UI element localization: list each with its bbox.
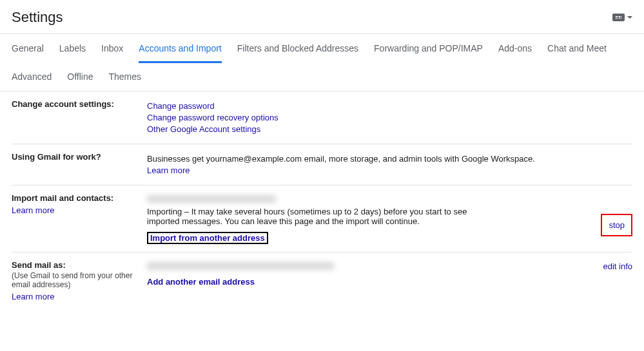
tab-chat-meet[interactable]: Chat and Meet — [547, 34, 607, 62]
page-title: Settings — [12, 9, 63, 26]
label-gmail-work: Using Gmail for work? — [12, 152, 141, 162]
link-import-another-address[interactable]: Import from another address — [147, 232, 268, 244]
input-tools-button[interactable] — [612, 14, 632, 21]
section-send-as: Send mail as: (Use Gmail to send from yo… — [12, 252, 632, 309]
section-change-account: Change account settings: Change password… — [12, 91, 632, 144]
stop-import-button[interactable]: stop — [601, 214, 632, 236]
tab-labels[interactable]: Labels — [59, 34, 86, 62]
tab-inbox[interactable]: Inbox — [101, 34, 123, 62]
link-send-as-learn-more[interactable]: Learn more — [12, 292, 54, 301]
redacted-email — [147, 195, 276, 203]
tab-filters[interactable]: Filters and Blocked Addresses — [237, 34, 358, 62]
tab-offline[interactable]: Offline — [67, 62, 93, 91]
link-workspace-learn-more[interactable]: Learn more — [147, 166, 190, 175]
tab-accounts-import[interactable]: Accounts and Import — [139, 34, 221, 63]
chevron-down-icon — [627, 16, 632, 19]
text-import-status: Importing – It may take several hours (s… — [147, 207, 495, 226]
link-other-settings[interactable]: Other Google Account settings — [147, 124, 260, 134]
tab-addons[interactable]: Add-ons — [498, 34, 532, 62]
tab-general[interactable]: General — [12, 34, 44, 62]
tab-forwarding[interactable]: Forwarding and POP/IMAP — [374, 34, 483, 62]
link-recovery-options[interactable]: Change password recovery options — [147, 113, 278, 122]
sublabel-send-as: (Use Gmail to send from your other email… — [12, 271, 141, 289]
section-import: Import mail and contacts: Learn more Imp… — [12, 185, 632, 252]
link-edit-info[interactable]: edit info — [603, 261, 632, 271]
tab-advanced[interactable]: Advanced — [12, 62, 52, 91]
settings-tabs: General Labels Inbox Accounts and Import… — [0, 34, 644, 91]
section-gmail-work: Using Gmail for work? Businesses get you… — [12, 144, 632, 185]
label-send-as: Send mail as: — [12, 260, 141, 270]
text-workspace-desc: Businesses get yourname@example.com emai… — [147, 154, 632, 164]
link-add-another-email[interactable]: Add another email address — [147, 277, 255, 287]
link-import-learn-more[interactable]: Learn more — [12, 205, 54, 215]
link-change-password[interactable]: Change password — [147, 101, 215, 111]
redacted-send-as-email — [147, 262, 334, 270]
label-import: Import mail and contacts: — [12, 193, 141, 203]
keyboard-icon — [612, 14, 625, 21]
tab-themes[interactable]: Themes — [109, 62, 142, 91]
label-change-account: Change account settings: — [12, 99, 141, 109]
